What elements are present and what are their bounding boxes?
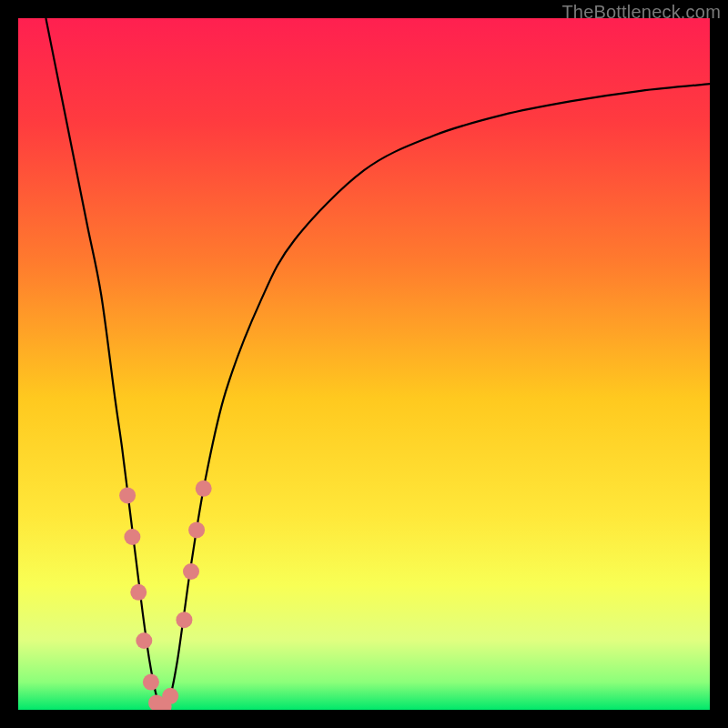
watermark-text: TheBottleneck.com bbox=[561, 2, 721, 23]
gradient-background bbox=[18, 18, 710, 710]
chart-frame: TheBottleneck.com bbox=[0, 0, 728, 728]
marker-point bbox=[162, 688, 178, 704]
marker-point bbox=[119, 487, 136, 503]
marker-point bbox=[124, 529, 140, 545]
marker-point bbox=[143, 674, 159, 691]
bottleneck-chart bbox=[18, 18, 710, 710]
marker-point bbox=[136, 632, 152, 649]
marker-point bbox=[188, 521, 205, 538]
marker-point bbox=[183, 563, 199, 580]
marker-point bbox=[130, 584, 147, 601]
marker-point bbox=[176, 612, 192, 628]
marker-point bbox=[196, 480, 212, 497]
